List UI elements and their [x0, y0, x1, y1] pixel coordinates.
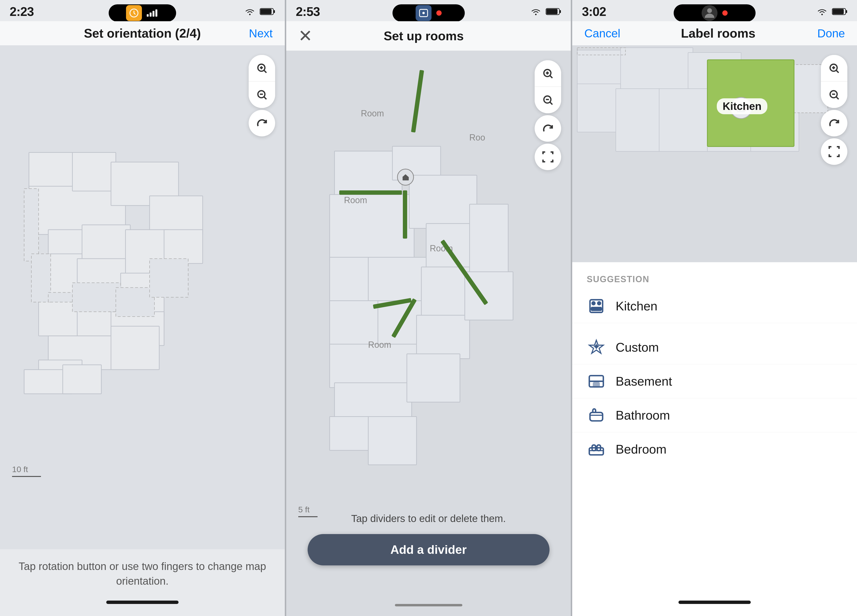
svg-rect-76: [833, 9, 844, 14]
kitchen-icon-3: [587, 296, 606, 316]
zoom-out-icon-2: [542, 94, 554, 106]
nav-title-3: Label rooms: [620, 26, 816, 40]
rotate-btn-1[interactable]: [249, 110, 275, 136]
bedroom-svg-icon: [588, 441, 605, 458]
wifi-icon-2: [530, 7, 542, 16]
fit-screen-btn-3[interactable]: [821, 138, 847, 165]
zoom-controls-3: [821, 55, 847, 165]
zoom-out-btn-1[interactable]: [249, 82, 275, 108]
add-divider-button-2[interactable]: Add a divider: [308, 534, 549, 565]
zoom-out-btn-3[interactable]: [821, 82, 847, 108]
nav-title-1: Set orientation (2/4): [41, 26, 244, 40]
battery-icon-2: [546, 8, 561, 15]
suggestion-item-kitchen[interactable]: Kitchen: [572, 289, 857, 323]
suggestion-item-bathroom[interactable]: Bathroom: [572, 398, 857, 432]
svg-rect-4: [155, 9, 157, 17]
suggestion-label-basement: Basement: [616, 374, 672, 388]
zoom-btn-group-3: [821, 55, 847, 108]
status-icons-3: [816, 7, 847, 16]
zoom-out-icon-3: [828, 89, 840, 101]
basement-icon-3: [587, 371, 606, 391]
svg-rect-11: [72, 153, 116, 191]
dynamic-island-2: [393, 4, 465, 22]
zoom-in-icon-2: [542, 68, 554, 79]
rotate-btn-2[interactable]: [535, 115, 561, 142]
svg-line-92: [836, 70, 838, 73]
svg-line-95: [836, 97, 838, 99]
star-svg-icon: ✦: [588, 339, 605, 356]
svg-rect-102: [594, 383, 599, 387]
zoom-out-icon-1: [256, 89, 268, 101]
basement-svg-icon: [588, 373, 605, 390]
status-bar-2: 2:53: [286, 0, 571, 21]
bottom-bar-3: [572, 596, 857, 616]
cancel-button-3[interactable]: Cancel: [584, 27, 620, 40]
svg-rect-60: [334, 383, 411, 421]
room-label-5-2: Roo: [469, 133, 485, 143]
zoom-controls-1: [249, 55, 275, 136]
battery-icon-3: [832, 8, 847, 15]
fit-screen-btn-2[interactable]: [535, 144, 561, 170]
svg-rect-64: [470, 204, 508, 276]
zoom-btn-group-1: [249, 55, 275, 108]
panel-set-orientation: 2:23: [0, 0, 285, 616]
svg-rect-8: [274, 10, 275, 13]
svg-rect-82: [577, 84, 620, 132]
time-3: 3:02: [582, 4, 606, 19]
suggestion-label-kitchen: Kitchen: [616, 299, 657, 313]
time-2: 2:53: [296, 4, 320, 19]
map-area-2: Room Room Room Room Roo: [286, 51, 571, 599]
wifi-icon-1: [244, 7, 256, 16]
zoom-in-btn-2[interactable]: [535, 60, 561, 87]
svg-point-5: [249, 14, 251, 15]
svg-rect-63: [368, 417, 416, 465]
svg-rect-77: [846, 10, 847, 13]
zoom-controls-2: [535, 60, 561, 170]
close-button-2[interactable]: ✕: [298, 26, 317, 46]
svg-rect-13: [150, 196, 203, 234]
done-button-3[interactable]: Done: [816, 27, 845, 40]
svg-rect-50: [329, 195, 414, 262]
svg-rect-52: [329, 257, 373, 306]
svg-rect-57: [421, 267, 469, 320]
clock-icon: [129, 8, 139, 18]
room-label-2-2: Room: [344, 195, 367, 205]
battery-icon-1: [260, 8, 275, 15]
zoom-out-btn-2[interactable]: [535, 87, 561, 113]
svg-rect-84: [659, 89, 712, 151]
home-indicator-1: [106, 601, 178, 604]
svg-text:✦: ✦: [592, 341, 600, 352]
room-label-4-2: Room: [368, 340, 391, 350]
room-label-1-2: Room: [361, 108, 384, 119]
divider-h1-2[interactable]: [339, 190, 402, 195]
status-icons-2: [530, 7, 561, 16]
zoom-in-btn-3[interactable]: [821, 55, 847, 82]
svg-rect-59: [416, 315, 469, 359]
suggestion-item-custom[interactable]: ✦ Custom: [572, 330, 857, 364]
suggestion-item-bedroom[interactable]: Bedroom: [572, 432, 857, 466]
svg-rect-7: [260, 9, 272, 14]
home-indicator-2: [395, 604, 463, 606]
fit-icon-2: [541, 150, 554, 163]
suggestion-label-custom: Custom: [616, 340, 659, 354]
next-button-1[interactable]: Next: [244, 27, 273, 40]
svg-rect-51: [409, 175, 476, 228]
svg-rect-99: [591, 308, 601, 310]
svg-rect-24: [24, 189, 39, 261]
record-dot-3: [722, 10, 728, 15]
svg-rect-25: [31, 254, 51, 302]
rotate-btn-3[interactable]: [821, 110, 847, 136]
wifi-icon-3: [816, 7, 828, 16]
signal-icon-di: [147, 9, 159, 17]
record-dot-2: [436, 10, 442, 15]
rotate-icon-3: [828, 117, 841, 130]
divider-v2-2[interactable]: [403, 190, 407, 238]
svg-rect-3: [153, 11, 155, 17]
rotate-icon-2: [541, 122, 554, 135]
dynamic-island-3: [674, 4, 756, 22]
nav-bar-1: Set orientation (2/4) Next: [0, 21, 285, 45]
nav-bar-2: ✕ Set up rooms: [286, 21, 571, 51]
suggestion-item-basement[interactable]: Basement: [572, 364, 857, 398]
zoom-in-btn-1[interactable]: [249, 55, 275, 82]
scale-label-1: 10 ft: [12, 465, 28, 474]
